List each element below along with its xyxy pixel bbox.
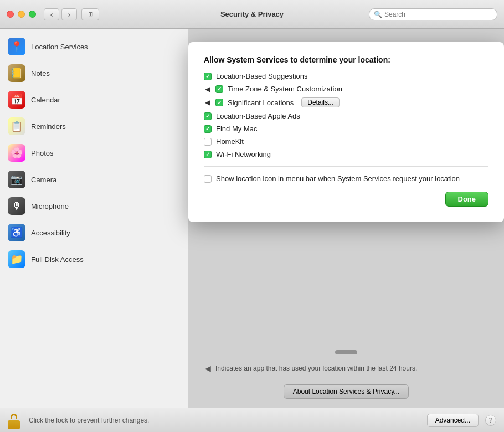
label-significant-locations[interactable]: Significant Locations [228,99,294,107]
label-location-suggestions[interactable]: Location-Based Suggestions [216,72,308,80]
lock-shackle [11,414,17,419]
checkbox-find-my-mac[interactable] [204,125,212,133]
checkbox-location-ads[interactable] [204,112,212,120]
camera-icon: 📷 [8,171,25,188]
forward-button[interactable]: › [61,8,77,20]
window-title: Security & Privacy [220,10,284,18]
lock-body [8,420,20,429]
help-button[interactable]: ? [485,415,496,426]
divider [204,166,488,167]
lock-text: Click the lock to prevent further change… [29,416,420,424]
checkbox-item-location-ads: Location-Based Apple Ads [204,112,488,120]
sidebar-item-calendar[interactable]: 📅 Calendar [0,86,188,113]
checkbox-item-homekit: HomeKit [204,137,488,146]
photos-icon: 🌸 [8,144,25,162]
minimize-button[interactable] [18,11,25,18]
label-homekit[interactable]: HomeKit [216,137,244,146]
sidebar-item-notes[interactable]: 📒 Notes [0,60,188,86]
show-location-row: Show location icon in menu bar when Syst… [204,174,488,183]
advanced-button[interactable]: Advanced... [427,414,479,427]
label-show-location[interactable]: Show location icon in menu bar when Syst… [216,174,460,183]
checkbox-show-location[interactable] [204,175,212,183]
main-area: 📍 Location Services 📒 Notes 📅 Calendar 📋… [0,29,504,408]
accessibility-icon: ♿ [8,224,25,241]
nav-buttons: ‹ › [44,8,77,20]
grid-button[interactable]: ⊞ [81,8,99,20]
sidebar-label-accessibility: Accessibility [31,229,70,237]
checkbox-item-location-suggestions: Location-Based Suggestions [204,72,488,80]
arrow-timezone: ◀ [205,85,210,93]
sidebar-item-microphone[interactable]: 🎙 Microphone [0,193,188,219]
checkbox-item-wifi: Wi-Fi Networking [204,150,488,158]
sidebar-label-fulldisk: Full Disk Access [31,255,84,264]
checkbox-significant-locations[interactable] [215,99,223,106]
sidebar-label-calendar: Calendar [31,96,60,104]
popup-overlay: Allow System Services to determine your … [188,29,504,408]
popup-dialog: Allow System Services to determine your … [188,42,504,222]
sidebar-item-location[interactable]: 📍 Location Services [0,33,188,60]
fulldisk-icon: 📁 [8,250,25,268]
done-button[interactable]: Done [445,192,489,207]
traffic-lights [7,11,36,18]
sidebar-label-camera: Camera [31,176,56,184]
label-timezone[interactable]: Time Zone & System Customization [228,85,342,93]
checkbox-homekit[interactable] [204,138,212,146]
done-row: Done [204,192,488,207]
arrow-significant: ◀ [205,99,210,106]
label-location-ads[interactable]: Location-Based Apple Ads [216,112,300,120]
sidebar-item-fulldisk[interactable]: 📁 Full Disk Access [0,246,188,272]
label-wifi[interactable]: Wi-Fi Networking [216,150,271,158]
lock-icon[interactable] [8,412,22,429]
reminders-icon: 📋 [8,117,25,135]
checkbox-item-significant-locations: ◀ Significant Locations Details... [204,97,488,107]
checkbox-item-timezone: ◀ Time Zone & System Customization [204,85,488,93]
checkbox-timezone[interactable] [215,85,223,93]
search-input[interactable] [384,11,492,18]
close-button[interactable] [7,11,14,18]
search-box[interactable]: 🔍 [369,8,497,20]
microphone-icon: 🎙 [8,197,25,215]
sidebar-label-microphone: Microphone [31,202,69,210]
bottom-bar: Click the lock to prevent further change… [0,408,504,432]
popup-title: Allow System Services to determine your … [204,55,488,64]
sidebar-label-location: Location Services [31,43,88,51]
sidebar-label-reminders: Reminders [31,122,66,131]
maximize-button[interactable] [29,11,36,18]
search-icon: 🔍 [374,11,382,18]
back-button[interactable]: ‹ [44,8,59,20]
sidebar-item-accessibility[interactable]: ♿ Accessibility [0,219,188,246]
calendar-icon: 📅 [8,91,25,109]
checkbox-location-suggestions[interactable] [204,73,212,80]
titlebar: ‹ › ⊞ Security & Privacy 🔍 [0,0,504,29]
sidebar-item-camera[interactable]: 📷 Camera [0,166,188,193]
details-button[interactable]: Details... [301,97,340,107]
notes-icon: 📒 [8,64,25,82]
sidebar-item-photos[interactable]: 🌸 Photos [0,140,188,166]
checkbox-item-find-my-mac: Find My Mac [204,125,488,133]
sidebar-label-photos: Photos [31,149,53,157]
content-panel: Allow System Services to determine your … [188,29,504,408]
sidebar-label-notes: Notes [31,69,50,78]
checkbox-wifi[interactable] [204,151,212,158]
location-icon: 📍 [8,38,25,55]
label-find-my-mac[interactable]: Find My Mac [216,125,257,133]
sidebar: 📍 Location Services 📒 Notes 📅 Calendar 📋… [0,29,188,408]
sidebar-item-reminders[interactable]: 📋 Reminders [0,113,188,140]
